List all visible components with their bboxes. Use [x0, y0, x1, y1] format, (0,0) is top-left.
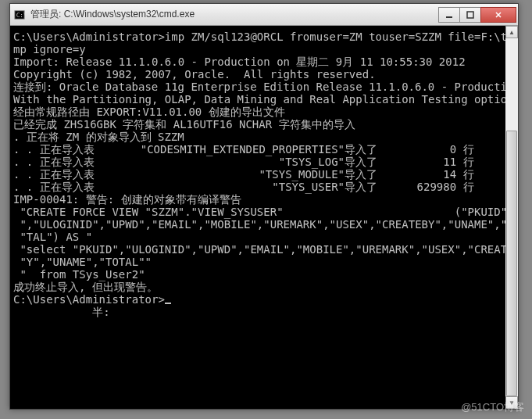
console-line: C:\Users\Administrator>imp ZM/sql123@ORC…: [13, 30, 512, 43]
vertical-scrollbar[interactable]: ▲ ▼: [505, 26, 518, 409]
console-line: 已经完成 ZHS16GBK 字符集和 AL16UTF16 NCHAR 字符集中的…: [13, 118, 512, 131]
console-line: . . 正在导入表 "TSYS_LOG"导入了 11 行: [13, 156, 512, 168]
console-line: Import: Release 11.1.0.6.0 - Production …: [13, 56, 512, 68]
console-line: 连接到: Oracle Database 11g Enterprise Edit…: [13, 81, 512, 93]
console-line: " from TSys_User2": [13, 268, 512, 281]
console-line: 半:: [13, 306, 512, 318]
console-line: "Y","UNAME","TOTAL"": [13, 256, 512, 268]
titlebar[interactable]: C:\ 管理员: C:\Windows\system32\cmd.exe: [10, 4, 518, 26]
console-line: mp ignore=y: [13, 43, 512, 56]
window-buttons: [439, 7, 516, 23]
window-title: 管理员: C:\Windows\system32\cmd.exe: [30, 8, 439, 21]
watermark: @51CTO博客: [461, 400, 524, 414]
svg-rect-2: [446, 16, 452, 18]
console-line: Copyright (c) 1982, 2007, Oracle. All ri…: [13, 68, 512, 81]
console-line: 成功终止导入, 但出现警告。: [13, 281, 512, 293]
console-line: . 正在将 ZM 的对象导入到 SZZM: [13, 131, 512, 143]
svg-rect-3: [467, 12, 473, 18]
console-line: "select "PKUID","ULOGINID","UPWD","EMAIL…: [13, 243, 512, 256]
console-line: . . 正在导入表 "TSYS_MODULE"导入了 14 行: [13, 168, 512, 181]
minimize-button[interactable]: [438, 7, 460, 23]
close-button[interactable]: [480, 7, 516, 23]
cmd-icon: C:\: [13, 9, 26, 21]
console-line: "CREATE FORCE VIEW "SZZM"."VIEW_SYSUSER"…: [13, 206, 512, 218]
scroll-track[interactable]: [505, 38, 518, 396]
console-line: C:\Users\Administrator>: [13, 293, 512, 306]
svg-text:C:\: C:\: [16, 11, 25, 18]
cursor: [165, 303, 171, 304]
console-line: . . 正在导入表 "TSYS_USER"导入了 629980 行: [13, 181, 512, 193]
console-line: "TAL") AS ": [13, 231, 512, 243]
maximize-button[interactable]: [459, 7, 481, 23]
scroll-thumb[interactable]: [506, 131, 517, 396]
console-line: IMP-00041: 警告: 创建的对象带有编译警告: [13, 193, 512, 206]
console-line: With the Partitioning, OLAP, Data Mining…: [13, 93, 512, 106]
scroll-up-button[interactable]: ▲: [505, 26, 518, 38]
console-line: 经由常规路径由 EXPORT:V11.01.00 创建的导出文件: [13, 106, 512, 118]
cmd-window: C:\ 管理员: C:\Windows\system32\cmd.exe C:\…: [9, 3, 519, 410]
console-line: . . 正在导入表 "CODESMITH_EXTENDED_PROPERTIES…: [13, 143, 512, 156]
console-line: ","ULOGINID","UPWD","EMAIL","MOBILE","UR…: [13, 218, 512, 231]
console-output[interactable]: C:\Users\Administrator>imp ZM/sql123@ORC…: [10, 26, 518, 409]
